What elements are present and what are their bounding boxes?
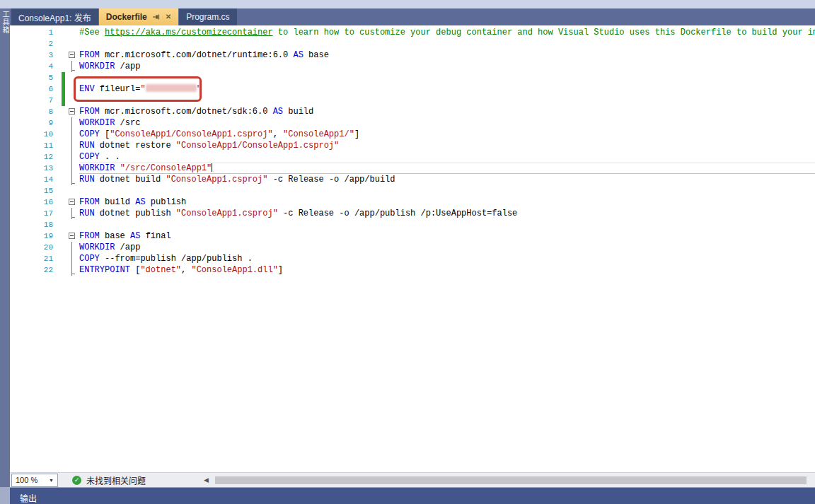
zoom-level-select[interactable]: 100 % ▼ [11,474,58,487]
code-token: /src [115,118,140,128]
horizontal-scrollbar[interactable]: ◀ [204,474,814,486]
outlining-margin [67,27,79,38]
line-number: 9 [10,117,53,129]
outlining-guide-line [71,163,72,174]
code-token: ] [278,265,283,275]
tab-consoleapp1-publish[interactable]: ConsoleApp1: 发布 [11,8,98,25]
code-token: -c Release -o /app/publish /p:UseAppHost… [278,209,517,218]
code-line[interactable]: 14RUN dotnet build "ConsoleApp1.csproj" … [10,174,815,185]
outlining-guide-line [71,117,72,129]
change-tracking-margin [53,208,67,219]
code-line[interactable]: 17RUN dotnet publish "ConsoleApp1.csproj… [10,208,815,219]
main-area: 工具箱 ConsoleApp1: 发布 Dockerfile ✕ Program… [0,8,815,487]
scrollbar-left-arrow-icon[interactable]: ◀ [204,476,212,484]
tab-label: ConsoleApp1: 发布 [18,11,91,23]
code-line[interactable]: 9WORKDIR /src [10,117,815,129]
code-token: publish [146,197,187,207]
outlining-margin [67,106,79,117]
tab-dockerfile[interactable]: Dockerfile ✕ [99,8,178,25]
change-tracking-margin [53,197,67,208]
code-line[interactable]: 21COPY --from=publish /app/publish . [10,253,815,264]
code-line[interactable]: 16FROM build AS publish [10,197,815,208]
code-token: WORKDIR [79,163,115,173]
fold-collapse-toggle[interactable] [69,233,75,239]
code-text [79,72,815,83]
comment-link[interactable]: https://aka.ms/customizecontainer [105,28,273,37]
outlining-margin [67,253,79,264]
change-tracking-margin [53,72,67,83]
line-number: 21 [10,253,53,264]
code-line[interactable]: 8FROM mcr.microsoft.com/dotnet/sdk:6.0 A… [10,106,815,117]
outlining-guide-end [71,217,75,218]
chevron-down-icon: ▼ [49,478,54,483]
check-circle-icon: ✓ [72,476,81,485]
code-token: RUN [79,141,95,151]
line-number: 4 [10,61,53,72]
zoom-level-value: 100 % [16,476,37,484]
line-number: 17 [10,208,53,219]
line-number: 14 [10,174,53,185]
code-text: WORKDIR /app [79,61,815,72]
code-line[interactable]: 6ENV fileurl="" [10,83,815,95]
outlining-guide-end [71,70,75,71]
code-token: #See [79,28,105,37]
code-text: RUN dotnet build "ConsoleApp1.csproj" -c… [79,174,815,185]
line-number: 20 [10,242,53,253]
line-number: 3 [10,49,53,61]
sidebar-tab-toolbox[interactable]: 工具箱 [1,11,10,34]
code-line[interactable]: 12COPY . . [10,151,815,163]
change-tracking-margin [53,253,67,264]
code-text: ENV fileurl="" [79,83,815,95]
change-tracking-margin [53,174,67,185]
line-number: 18 [10,219,53,230]
change-tracking-margin [53,219,67,230]
code-line[interactable]: 11RUN dotnet restore "ConsoleApp1/Consol… [10,140,815,151]
fold-collapse-toggle[interactable] [69,199,75,205]
scrollbar-thumb[interactable] [215,476,807,484]
document-area: ConsoleApp1: 发布 Dockerfile ✕ Program.cs … [10,8,815,487]
code-text: RUN dotnet publish "ConsoleApp1.csproj" … [79,208,815,219]
output-panel-header[interactable]: 输出 [10,487,815,504]
tab-label: Dockerfile [106,12,147,22]
code-line[interactable]: 2 [10,38,815,49]
code-line[interactable]: 1#See https://aka.ms/customizecontainer … [10,27,815,38]
code-token: "ConsoleApp1.csproj" [176,209,278,218]
code-text: ENTRYPOINT ["dotnet", "ConsoleApp1.dll"] [79,264,815,276]
fold-collapse-toggle[interactable] [69,108,75,115]
code-line[interactable]: 19FROM base AS final [10,230,815,242]
code-text: FROM mcr.microsoft.com/dotnet/sdk:6.0 AS… [79,106,815,117]
line-number: 8 [10,106,53,117]
code-text: FROM mcr.microsoft.com/dotnet/runtime:6.… [79,49,815,61]
code-line[interactable]: 4WORKDIR /app [10,61,815,72]
fold-collapse-toggle[interactable] [69,52,75,58]
code-line[interactable]: 5 [10,72,815,83]
pin-icon[interactable] [152,13,161,21]
code-line[interactable]: 22ENTRYPOINT ["dotnet", "ConsoleApp1.dll… [10,264,815,276]
code-token: base [100,231,130,241]
code-token: "/src/ConsoleApp1" [120,163,212,173]
health-indicator[interactable]: ✓ 未找到相关问题 [72,474,198,486]
code-line[interactable]: 15 [10,185,815,197]
change-tracking-margin [53,230,67,242]
code-line[interactable]: 20WORKDIR /app [10,242,815,253]
scrollbar-track[interactable] [212,474,814,486]
code-line[interactable]: 13WORKDIR "/src/ConsoleApp1" [10,163,815,174]
outlining-guide-line [71,129,72,140]
outlining-guide-line [71,242,72,253]
change-tracking-margin [53,242,67,253]
code-token: FROM [79,107,100,117]
code-text: FROM base AS final [79,230,815,242]
tab-program-cs[interactable]: Program.cs [179,8,236,25]
code-line[interactable]: 10COPY ["ConsoleApp1/ConsoleApp1.csproj"… [10,129,815,140]
code-editor[interactable]: 1#See https://aka.ms/customizecontainer … [10,25,815,472]
output-panel-title: 输出 [20,494,37,504]
code-line[interactable]: 7 [10,95,815,106]
close-icon[interactable]: ✕ [166,13,171,20]
code-line[interactable]: 3FROM mcr.microsoft.com/dotnet/runtime:6… [10,49,815,61]
code-text: COPY --from=publish /app/publish . [79,253,815,264]
code-token: FROM [79,231,100,241]
code-text: RUN dotnet restore "ConsoleApp1/ConsoleA… [79,140,815,151]
text-cursor [212,163,212,172]
outlining-guide-line [71,253,72,264]
code-line[interactable]: 18 [10,219,815,230]
